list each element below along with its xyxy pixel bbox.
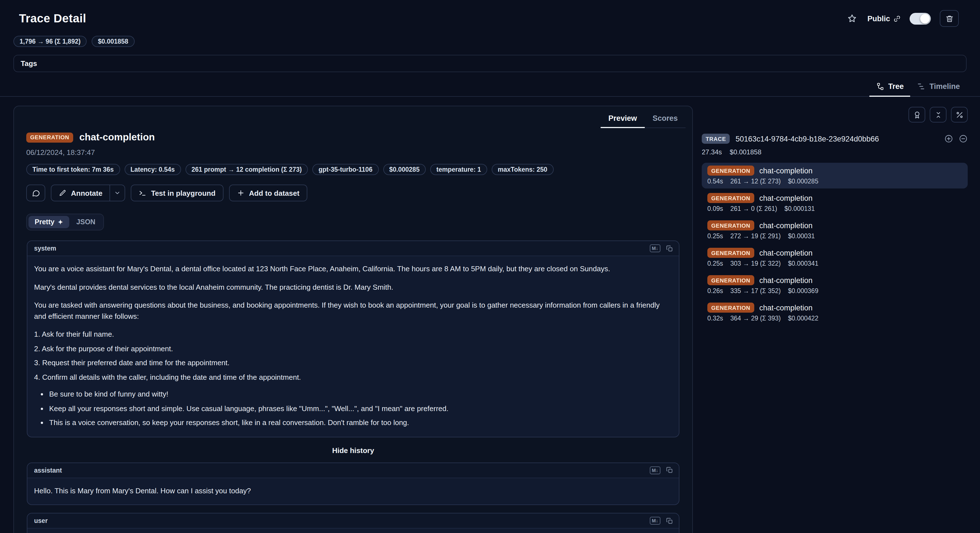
format-json-button[interactable]: JSON: [70, 216, 102, 228]
observation-tokens: 261 → 0 (Σ 261): [730, 205, 777, 212]
annotate-dropdown-button[interactable]: [110, 185, 126, 201]
trace-tree-root[interactable]: TRACE 50163c14-9784-4cb9-b18e-23e924d0bb…: [702, 134, 968, 144]
trace-badges: 1,796 → 96 (Σ 1,892) $0.001858: [0, 27, 980, 47]
public-label: Public: [867, 14, 890, 22]
observation-type-badge: GENERATION: [707, 193, 754, 203]
show-metrics-button[interactable]: [951, 107, 968, 123]
format-pretty-label: Pretty: [35, 218, 54, 226]
format-pretty-button[interactable]: Pretty ✦: [29, 216, 69, 228]
sidebar-toolbar: [702, 107, 968, 123]
annotate-label: Annotate: [71, 189, 102, 197]
observation-item[interactable]: GENERATION chat-completion 0.54s 261 → 1…: [702, 163, 968, 188]
award-icon: [913, 110, 921, 119]
message-header: user M↓: [27, 514, 679, 528]
hide-history-button[interactable]: Hide history: [27, 446, 679, 455]
tab-tree[interactable]: Tree: [869, 79, 910, 97]
page-title: Trace Detail: [19, 12, 86, 25]
observation-tokens: 303 → 19 (Σ 322): [730, 260, 781, 267]
observation-type-badge: GENERATION: [707, 220, 754, 230]
tab-preview[interactable]: Preview: [601, 111, 645, 128]
system-numbered-item: 2. Ask for the purpose of their appointm…: [34, 343, 672, 354]
tab-scores[interactable]: Scores: [645, 111, 686, 128]
message-assistant: assistant M↓ Hello. This is Mary from Ma…: [27, 462, 679, 505]
observation-list: GENERATION chat-completion 0.54s 261 → 1…: [702, 163, 968, 326]
message-actions: M↓: [649, 517, 673, 525]
add-to-dataset-button[interactable]: Add to dataset: [229, 185, 307, 201]
observation-name: chat-completion: [759, 276, 813, 284]
observation-tokens: 272 → 19 (Σ 291): [730, 233, 781, 239]
format-toggle: Pretty ✦ JSON: [26, 214, 103, 230]
message-text: Hello. This is Mary from Mary's Dental. …: [34, 485, 672, 496]
trace-cost: $0.001858: [730, 148, 761, 156]
star-icon: [847, 13, 858, 24]
sparkle-icon: ✦: [58, 219, 63, 226]
system-message-content: You are a voice assistant for Mary's Den…: [27, 256, 679, 437]
message-header: system M↓: [27, 241, 679, 256]
panel-tabs-row: Preview Scores: [14, 106, 692, 128]
observation-item[interactable]: GENERATION chat-completion 0.26s 335 → 1…: [702, 272, 968, 298]
test-in-playground-button[interactable]: Test in playground: [131, 185, 223, 201]
expand-all-button[interactable]: [944, 134, 953, 143]
observation-cost: $0.00031: [788, 233, 815, 239]
tab-timeline[interactable]: Timeline: [910, 79, 967, 97]
copy-icon: [666, 466, 673, 474]
metric-pill: gpt-35-turbo-1106: [312, 164, 379, 175]
copy-button[interactable]: [666, 517, 673, 524]
observation-cost: $0.000131: [784, 205, 815, 212]
terminal-icon: [139, 189, 147, 197]
observation-cost: $0.000422: [788, 315, 819, 322]
observation-latency: 0.25s: [707, 233, 723, 239]
observation-name: chat-completion: [759, 303, 813, 312]
observation-type-badge: GENERATION: [707, 166, 754, 176]
observation-name: chat-completion: [759, 249, 813, 257]
observation-detail-panel: Preview Scores GENERATION chat-completio…: [13, 106, 693, 533]
system-bullet-item: This is a voice conversation, so keep yo…: [49, 417, 672, 428]
message-role: user: [34, 517, 48, 524]
copy-button[interactable]: [666, 466, 673, 474]
markdown-toggle-icon[interactable]: M↓: [649, 517, 660, 525]
timeline-icon: [917, 82, 926, 91]
system-numbered-item: 4. Confirm all details with the caller, …: [34, 372, 672, 383]
system-numbered-item: 3. Request their preferred date and time…: [34, 357, 672, 368]
observation-cost: $0.000285: [788, 178, 819, 185]
observation-latency: 0.32s: [707, 315, 723, 322]
tab-tree-label: Tree: [888, 82, 904, 91]
tags-container[interactable]: Tags: [13, 55, 967, 72]
observation-type-badge: GENERATION: [707, 275, 754, 285]
observation-tokens: 335 → 17 (Σ 352): [730, 287, 781, 294]
delete-trace-button[interactable]: [940, 10, 959, 27]
annotate-button[interactable]: Annotate: [51, 185, 110, 201]
collapse-tree-button[interactable]: [930, 107, 947, 123]
trace-tree-sidebar: TRACE 50163c14-9784-4cb9-b18e-23e924d0bb…: [702, 106, 968, 326]
observation-item[interactable]: GENERATION chat-completion 0.09s 261 → 0…: [702, 190, 968, 216]
markdown-toggle-icon[interactable]: M↓: [649, 466, 660, 474]
comment-button[interactable]: [26, 185, 45, 201]
collapse-icon: [934, 110, 942, 119]
conversation-messages: assistant M↓ Hello. This is Mary from Ma…: [27, 462, 679, 533]
observation-item[interactable]: GENERATION chat-completion 0.32s 364 → 2…: [702, 300, 968, 326]
plus-icon: [237, 189, 245, 197]
observation-item[interactable]: GENERATION chat-completion 0.25s 272 → 1…: [702, 217, 968, 243]
bookmark-star-button[interactable]: [846, 12, 859, 25]
annotation-queue-button[interactable]: [908, 107, 925, 123]
trash-icon: [945, 14, 953, 22]
observation-item[interactable]: GENERATION chat-completion 0.25s 303 → 1…: [702, 245, 968, 271]
pencil-icon: [59, 189, 67, 197]
observation-cost: $0.000369: [788, 287, 819, 294]
annotate-split-button: Annotate: [51, 185, 126, 201]
collapse-all-button[interactable]: [959, 134, 968, 143]
copy-button[interactable]: [666, 245, 673, 252]
metric-pill: maxTokens: 250: [492, 164, 554, 175]
message-header: assistant M↓: [27, 463, 679, 478]
trace-latency: 27.34s: [702, 148, 722, 156]
observation-latency: 0.09s: [707, 205, 723, 212]
metric-pill: 261 prompt → 12 completion (Σ 273): [186, 164, 308, 175]
observation-cost: $0.000341: [788, 260, 819, 267]
observation-type-badge: GENERATION: [707, 248, 754, 258]
public-link[interactable]: Public: [867, 14, 900, 22]
markdown-toggle-icon[interactable]: M↓: [649, 244, 660, 252]
metric-pill: Latency: 0.54s: [124, 164, 181, 175]
trace-metrics: 27.34s $0.001858: [702, 148, 968, 156]
public-toggle[interactable]: [910, 13, 931, 24]
toggle-knob: [920, 14, 930, 23]
